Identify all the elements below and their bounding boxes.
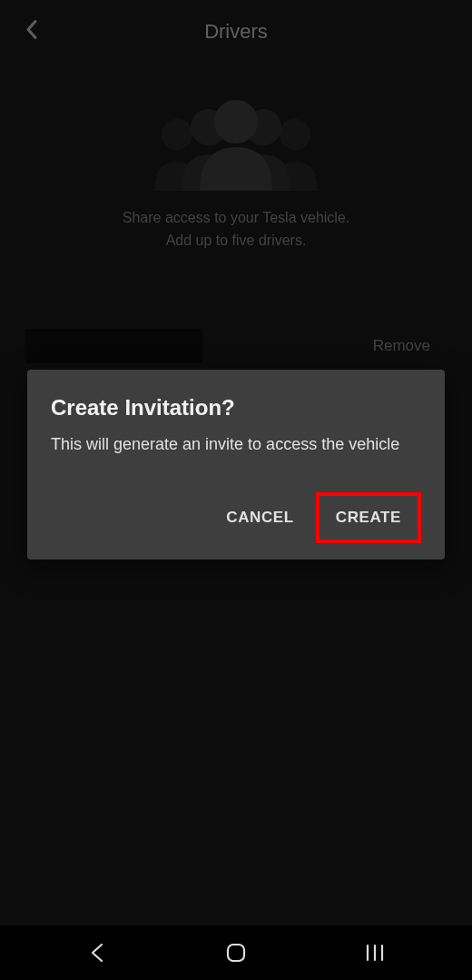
nav-back-button[interactable] (70, 942, 124, 964)
nav-home-button[interactable] (209, 942, 263, 964)
nav-back-icon (89, 942, 105, 964)
create-invitation-dialog: Create Invitation? This will generate an… (27, 370, 445, 559)
dialog-title: Create Invitation? (51, 395, 421, 421)
nav-recents-button[interactable] (348, 944, 402, 962)
dialog-body: This will generate an invite to access t… (51, 433, 421, 456)
create-button[interactable]: CREATE (316, 492, 421, 543)
svg-rect-5 (228, 945, 244, 961)
dialog-actions: CANCEL CREATE (51, 492, 421, 543)
nav-home-icon (225, 942, 247, 964)
nav-recents-icon (365, 944, 385, 962)
cancel-button[interactable]: CANCEL (210, 492, 310, 543)
system-nav-bar (0, 926, 472, 980)
